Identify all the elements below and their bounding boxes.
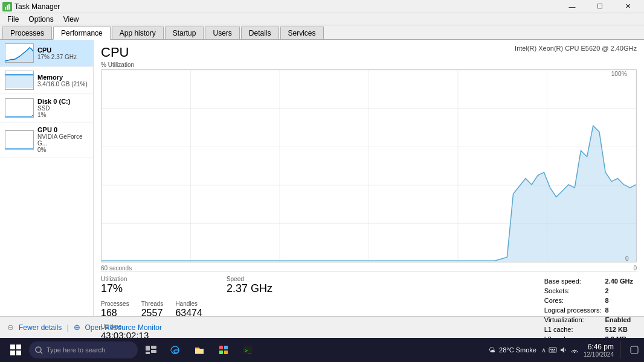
disk-detail2: 1%	[37, 112, 88, 118]
tab-app-history[interactable]: App history	[112, 27, 164, 39]
tab-processes[interactable]: Processes	[2, 27, 52, 39]
svg-rect-26	[16, 345, 21, 349]
tab-startup[interactable]: Startup	[165, 27, 204, 39]
processes-value: 168	[101, 307, 129, 319]
virt-value: Enabled	[605, 316, 636, 324]
taskbar-clock[interactable]: 6:46 pm 12/10/2024	[584, 343, 614, 358]
chart-min: 0	[633, 265, 637, 272]
minimize-button[interactable]: —	[558, 0, 586, 13]
notification-separator	[620, 341, 623, 358]
memory-detail: 3.4/16.0 GB (21%)	[37, 81, 88, 87]
svg-rect-35	[219, 346, 223, 349]
network-icon[interactable]	[570, 346, 579, 354]
volume-icon[interactable]	[559, 346, 568, 354]
menu-bar: File Options View	[0, 13, 644, 25]
svg-rect-37	[219, 351, 223, 354]
logical-label: Logical processors:	[544, 306, 604, 314]
svg-rect-2	[7, 5, 8, 10]
taskview-button[interactable]	[140, 339, 162, 361]
svg-rect-32	[151, 346, 156, 349]
taskbar-right: 🌤 28°C Smoke ∧ 6:46 pm 12/10/2024	[489, 341, 639, 358]
svg-text:100%: 100%	[611, 71, 627, 77]
restore-button[interactable]: ☐	[586, 0, 614, 13]
memory-info: Memory 3.4/16.0 GB (21%)	[37, 74, 88, 87]
open-resource-monitor-link[interactable]: Open Resource Monitor	[85, 323, 162, 332]
handles-label: Handles	[175, 300, 202, 307]
memory-label: Memory	[37, 74, 88, 81]
sidebar-item-memory[interactable]: Memory 3.4/16.0 GB (21%)	[0, 67, 93, 94]
utilization-label: Utilization	[101, 276, 202, 282]
menu-options[interactable]: Options	[24, 14, 58, 25]
cores-value: 8	[605, 296, 636, 305]
menu-file[interactable]: File	[2, 14, 24, 25]
search-placeholder: Type here to search	[47, 346, 105, 354]
tab-bar: Processes Performance App history Startu…	[0, 25, 644, 40]
sockets-label: Sockets:	[544, 287, 604, 295]
sockets-value: 2	[605, 287, 636, 295]
separator: |	[66, 323, 68, 332]
title-bar: Task Manager — ☐ ✕	[0, 0, 644, 13]
search-bar[interactable]: Type here to search	[29, 341, 138, 358]
svg-marker-4	[5, 48, 33, 62]
sidebar-item-cpu[interactable]: CPU 17% 2.37 GHz	[0, 40, 93, 67]
svg-rect-36	[224, 346, 228, 349]
tab-details[interactable]: Details	[241, 27, 279, 39]
weather-icon: 🌤	[489, 346, 495, 354]
svg-point-47	[574, 352, 575, 353]
chart-time-label: 60 seconds	[101, 265, 132, 272]
notification-icon[interactable]	[630, 345, 639, 355]
svg-rect-38	[224, 351, 228, 354]
sidebar-item-gpu[interactable]: GPU 0 NVIDIA GeForce G... 0%	[0, 122, 93, 157]
gpu-detail1: NVIDIA GeForce G...	[37, 133, 88, 147]
gpu-thumbnail	[5, 130, 34, 150]
svg-rect-42	[550, 349, 552, 350]
chart-bottom: 60 seconds 0	[101, 265, 637, 272]
fewer-details-link[interactable]: Fewer details	[19, 323, 62, 332]
keyboard-icon	[549, 346, 557, 354]
cpu-info: CPU 17% 2.37 GHz	[37, 46, 88, 60]
menu-view[interactable]: View	[59, 14, 84, 25]
clock-time: 6:46 pm	[584, 343, 614, 351]
cores-label: Cores:	[544, 296, 604, 305]
threads-value: 2557	[141, 307, 164, 319]
svg-text:>_: >_	[245, 348, 251, 354]
terminal-button[interactable]: >_	[237, 339, 259, 361]
svg-point-29	[36, 347, 41, 352]
speed-value: 2.37 GHz	[227, 282, 272, 296]
threads-label: Threads	[141, 300, 164, 307]
sys-tray: 🌤 28°C Smoke	[489, 346, 536, 354]
utilization-value: 17%	[101, 282, 202, 296]
svg-rect-5	[5, 75, 33, 88]
svg-marker-46	[561, 347, 564, 353]
svg-rect-33	[151, 350, 156, 353]
edge-button[interactable]	[164, 339, 186, 361]
cpu-label: CPU	[37, 46, 88, 54]
close-button[interactable]: ✕	[614, 0, 642, 13]
svg-rect-25	[10, 345, 15, 349]
svg-rect-45	[551, 351, 555, 352]
taskbar: Type here to search	[0, 338, 644, 362]
store-button[interactable]	[213, 339, 234, 361]
performance-panel: CPU Intel(R) Xeon(R) CPU E5620 @ 2.40GHz…	[94, 40, 644, 316]
taskbar-pinned-icons: >_	[140, 339, 259, 361]
tray-up-arrow[interactable]: ∧	[541, 346, 546, 354]
tab-services[interactable]: Services	[280, 27, 324, 39]
l1-value: 512 KB	[605, 325, 636, 334]
gpu-info: GPU 0 NVIDIA GeForce G... 0%	[37, 126, 88, 153]
disk-detail1: SSD	[37, 105, 88, 112]
tab-users[interactable]: Users	[205, 27, 239, 39]
disk-thumbnail	[5, 98, 34, 118]
start-button[interactable]	[5, 339, 27, 361]
tray-icons: ∧	[541, 346, 579, 354]
speed-label: Speed	[227, 276, 272, 282]
svg-text:0: 0	[625, 255, 629, 262]
cpu-name: Intel(R) Xeon(R) CPU E5620 @ 2.40GHz	[515, 45, 637, 52]
gpu-detail2: 0%	[37, 147, 88, 153]
disk-label: Disk 0 (C:)	[37, 98, 88, 105]
tab-performance[interactable]: Performance	[53, 27, 111, 40]
handles-value: 63474	[175, 307, 202, 319]
svg-rect-28	[16, 351, 21, 355]
fileexplorer-button[interactable]	[188, 339, 210, 361]
fewer-details-icon: ⊖	[7, 323, 14, 332]
sidebar-item-disk[interactable]: Disk 0 (C:) SSD 1%	[0, 94, 93, 122]
